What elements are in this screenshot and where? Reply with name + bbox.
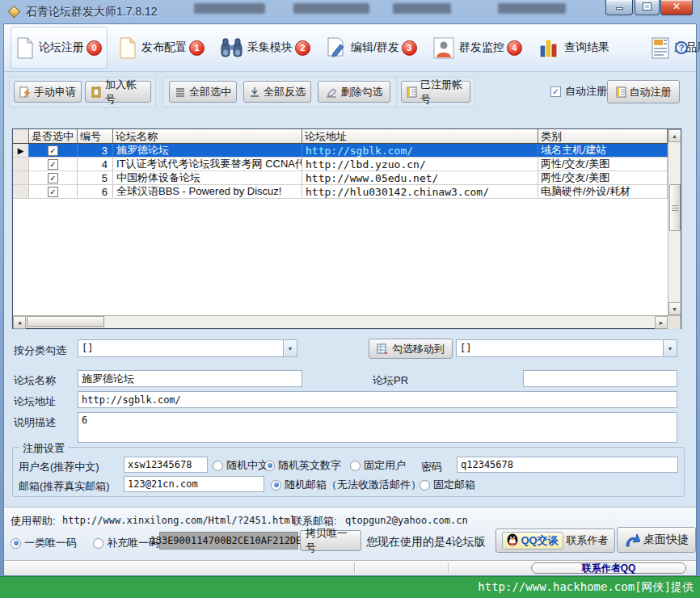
group-title: 注册设置 <box>19 441 68 456</box>
password-input[interactable] <box>457 457 678 473</box>
password-label: 密码 <box>421 460 442 474</box>
radio-selected-icon <box>264 461 275 471</box>
col-header-name[interactable]: 论坛名称 <box>113 129 302 143</box>
tab-forum-register[interactable]: 论坛注册 0 <box>11 27 108 69</box>
contact-author-button[interactable]: QQ交谈 联系作者 <box>495 529 615 553</box>
provider-url[interactable]: http://www.hackhome.com[网侠]提供 <box>478 580 700 595</box>
radio-fixed-email[interactable]: 固定邮箱 <box>420 478 475 492</box>
col-header-url[interactable]: 论坛地址 <box>302 129 538 143</box>
button-label: 勾选移动到 <box>392 342 445 356</box>
col-header-checked[interactable]: 是否选中 <box>29 129 78 143</box>
tab-product-show[interactable]: 产品展示 <box>647 27 700 69</box>
scroll-right-icon[interactable]: ► <box>655 316 668 329</box>
forum-name-label: 论坛名称 <box>14 373 56 388</box>
username-input[interactable] <box>124 457 208 473</box>
qq-chat-button[interactable]: QQ交谈 <box>502 532 563 550</box>
manual-apply-button[interactable]: 手动申请 <box>14 81 82 103</box>
provider-banner: http://www.hackhome.com[网侠]提供 <box>0 576 700 598</box>
help-icon[interactable]: ? <box>675 41 688 54</box>
tab-collect-module[interactable]: 采集模块 2 <box>216 27 315 69</box>
radio-label: 固定邮箱 <box>433 478 475 492</box>
category-select-value: [] <box>78 343 283 354</box>
forum-url-input[interactable] <box>78 391 677 408</box>
move-target-value: [] <box>457 343 663 354</box>
copy-unique-id-button[interactable]: 拷贝唯一号 <box>300 530 361 551</box>
vertical-scrollbar[interactable]: ▲ ▼ <box>668 129 681 315</box>
row-checkbox[interactable]: ✓ <box>48 187 58 197</box>
forum-url: http://sgblk.com/ <box>302 144 538 157</box>
radio-primary-code[interactable]: 一类唯一码 <box>11 536 77 550</box>
eraser-icon <box>326 86 338 98</box>
tab-edit-send[interactable]: 编辑/群发 3 <box>322 27 422 69</box>
col-header-category[interactable]: 类别 <box>538 129 668 143</box>
version-text: 您现在使用的是4论坛版 <box>366 535 486 550</box>
scrollbar-thumb[interactable] <box>669 184 681 231</box>
tab-publish-config[interactable]: 发布配置 1 <box>114 27 209 69</box>
scrollbar-thumb[interactable] <box>27 316 104 327</box>
table-row[interactable]: ✓ 5 中国粉体设备论坛 http://www.05edu.net/ 两性/交友… <box>13 171 668 185</box>
tab-query-result[interactable]: 查询结果 <box>533 27 614 69</box>
badge: 4 <box>507 40 522 56</box>
button-label: 加入帐号 <box>105 78 145 107</box>
row-checkbox[interactable]: ✓ <box>48 145 58 156</box>
add-account-button[interactable]: 加入帐号 <box>85 81 151 103</box>
maximize-button[interactable] <box>635 0 660 15</box>
list-icon <box>407 86 417 98</box>
radio-random-chinese[interactable]: 随机中文 <box>213 458 268 473</box>
help-label: 使用帮助: <box>11 514 56 529</box>
radio-fixed-user[interactable]: 固定用户 <box>350 458 406 473</box>
help-url[interactable]: http://www.xinxilong.com/Html/?2451.html <box>62 515 296 526</box>
close-button[interactable]: ✕ <box>660 0 693 15</box>
forum-url: http://lbd.yzuo.cn/ <box>302 158 538 171</box>
radio-selected-icon <box>271 480 281 491</box>
invert-selection-button[interactable]: 全部反选 <box>243 81 311 103</box>
auto-register-button[interactable]: 自动注册 <box>607 80 680 103</box>
person-icon <box>433 37 454 59</box>
category-select[interactable]: [] ▼ <box>78 339 297 357</box>
checkbox-checked-icon: ✓ <box>550 86 561 97</box>
button-label: 自动注册 <box>630 85 672 99</box>
app-icon <box>8 6 21 19</box>
forum-name-input[interactable] <box>78 370 302 387</box>
tab-label: 发布配置 <box>141 40 187 55</box>
table-row[interactable]: ✓ 6 全球汉语BBS - Powered by Discuz! http://… <box>13 185 668 199</box>
forum-url-label: 论坛地址 <box>14 394 56 409</box>
table-row[interactable]: ✓ 4 IT认证考试代考论坛我要替考网 CCNA代考 http://lbd.yz… <box>13 158 668 171</box>
minimize-button[interactable] <box>605 0 633 15</box>
email-input[interactable] <box>124 476 264 492</box>
chevron-down-icon[interactable]: ▼ <box>663 340 677 356</box>
contact-email[interactable]: qtopgun2@yahoo.com.cn <box>345 515 468 526</box>
auto-register-checkbox[interactable]: ✓ 自动注册 <box>550 84 607 99</box>
description-textarea[interactable]: 6 <box>78 412 677 443</box>
status-label: 联系作者QQ <box>582 562 636 575</box>
row-id: 4 <box>78 158 113 171</box>
radio-random-email[interactable]: 随机邮箱（无法收激活邮件） <box>271 478 421 492</box>
forum-category: 域名主机/建站 <box>538 144 668 157</box>
move-checked-button[interactable]: 勾选移动到 <box>369 339 453 359</box>
document-icon <box>119 37 137 59</box>
col-header-id[interactable]: 编号 <box>78 129 113 143</box>
forum-pr-input[interactable] <box>523 370 677 387</box>
contact-author-qq-status[interactable]: 联系作者QQ <box>531 562 686 574</box>
select-all-icon <box>175 86 186 98</box>
registered-accounts-button[interactable]: 已注册帐号 <box>401 81 470 103</box>
titlebar: 石青论坛群发大师1.7.8.12 ✕ <box>0 0 700 23</box>
scroll-down-icon[interactable]: ▼ <box>668 302 681 315</box>
row-checkbox[interactable]: ✓ <box>48 173 58 183</box>
row-checkbox[interactable]: ✓ <box>48 159 58 170</box>
desktop-shortcut-button[interactable]: 桌面快捷 <box>617 527 696 553</box>
window-title: 石青论坛群发大师1.7.8.12 <box>26 5 158 19</box>
forum-url: http://hlu030142.chinaw3.com/ <box>302 185 538 198</box>
tab-send-monitor[interactable]: 群发监控 4 <box>428 27 527 69</box>
scroll-up-icon[interactable]: ▲ <box>668 129 681 142</box>
table-row[interactable]: ▶ ✓ 3 施罗德论坛 http://sgblk.com/ 域名主机/建站 <box>13 144 668 158</box>
horizontal-scrollbar[interactable]: ◄ ► <box>13 315 681 328</box>
move-target-select[interactable]: [] ▼ <box>456 339 677 357</box>
scroll-left-icon[interactable]: ◄ <box>13 316 26 329</box>
chevron-down-icon[interactable]: ▼ <box>283 340 297 356</box>
radio-random-english[interactable]: 随机英文数字 <box>264 458 341 473</box>
select-all-button[interactable]: 全部选中 <box>169 81 237 103</box>
delete-checked-button[interactable]: 删除勾选 <box>318 81 390 103</box>
tab-label: 编辑/群发 <box>351 40 399 55</box>
row-id: 3 <box>78 144 113 157</box>
